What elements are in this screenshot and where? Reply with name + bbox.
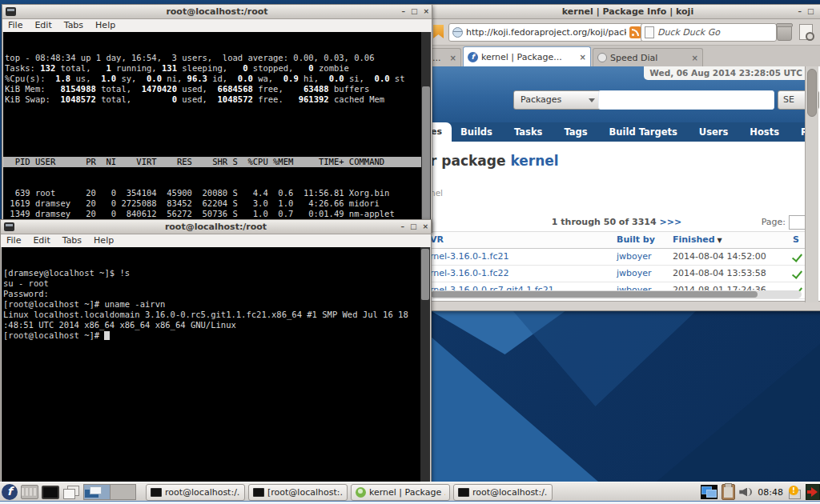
- next-pages-link[interactable]: >>>: [660, 217, 682, 227]
- koji-page-body: r package kernel nel 1 through 50 of 331…: [428, 142, 805, 302]
- iconify-windows-icon[interactable]: [62, 486, 80, 499]
- maximize-button[interactable]: □: [410, 223, 417, 230]
- tab-close-icon[interactable]: ×: [692, 54, 698, 62]
- terminal-bottom-titlebar[interactable]: root@localhost:/root – □ ×: [1, 220, 431, 234]
- build-nvr-link[interactable]: rnel-3.16.0-1.fc22: [430, 266, 508, 282]
- build-nvr-link[interactable]: rnel-3.16.0-1.fc21: [430, 249, 508, 265]
- terminal-launcher-icon[interactable]: [42, 486, 59, 499]
- nav-tags[interactable]: Tags: [564, 126, 587, 138]
- browser-title: kernel | Package Info | koji: [562, 6, 693, 17]
- column-header-s[interactable]: S: [793, 232, 799, 248]
- rss-feed-icon[interactable]: [629, 26, 641, 38]
- top-summary-line: %Cpu(s): 1.8 us, 1.0 sy, 0.0 ni, 96.3 id…: [3, 74, 431, 84]
- web-search-input[interactable]: Duck Duck Go: [641, 23, 777, 42]
- volume-icon[interactable]: [739, 486, 754, 498]
- minimize-button[interactable]: –: [798, 8, 802, 15]
- close-button[interactable]: ×: [423, 8, 429, 15]
- finished-time: 2014-08-04 14:52:00: [673, 249, 766, 265]
- process-row: 639 root 20 0 354104 45900 20080 S 4.4 0…: [3, 188, 431, 198]
- bookmark-icon[interactable]: [433, 25, 444, 38]
- workspace-pager[interactable]: [83, 484, 136, 500]
- horizontal-scrollbar[interactable]: [430, 290, 802, 298]
- tab-close-icon[interactable]: ×: [580, 53, 586, 62]
- column-header-built-by[interactable]: Built by: [617, 232, 655, 248]
- terminal-bottom-title: root@localhost:/root: [165, 222, 267, 232]
- built-by-link[interactable]: jwboyer: [617, 249, 652, 265]
- search-type-value: Packages: [521, 94, 561, 105]
- terminal-top-titlebar[interactable]: root@localhost:/root – □ ×: [2, 5, 432, 19]
- taskbar-task-kernel-package[interactable]: kernel | Package ..: [351, 484, 450, 501]
- terminal-window-top: root@localhost:/root – □ × FileEditTabsH…: [2, 4, 432, 233]
- logout-icon[interactable]: [806, 484, 820, 500]
- workspace-2[interactable]: [110, 485, 136, 499]
- top-summary-line: top - 08:48:34 up 1 day, 16:54, 3 users,…: [3, 53, 431, 63]
- terminal-cursor: [104, 331, 110, 340]
- taskbar-task-root-localhost[interactable]: [root@localhost:...: [248, 484, 348, 501]
- terminal-icon: [151, 488, 162, 497]
- browser-titlebar[interactable]: kernel | Package Info | koji – □ ×: [428, 5, 820, 19]
- table-row: rnel-3.16.0-1.fc22jwboyer2014-08-04 13:5…: [428, 266, 805, 282]
- browser-tab-[interactable]: ...×: [428, 48, 461, 66]
- package-kernel-link[interactable]: kernel: [510, 153, 558, 169]
- shell-line: [root@localhost ~]#: [2, 330, 430, 341]
- horizontal-scrollbar-thumb[interactable]: [431, 291, 758, 298]
- taskbar-task-root-localhost[interactable]: root@localhost:/...: [146, 484, 245, 501]
- terminal-scrollbar-thumb[interactable]: [421, 249, 429, 300]
- koji-header: Wed, 06 Aug 2014 23:28:05 UTC Packages S…: [428, 66, 805, 122]
- terminal-top-menubar: FileEditTabsHelp: [2, 19, 432, 33]
- terminal-icon: [253, 488, 264, 497]
- url-text: http://koji.fedoraproject.org/koji/pack: [466, 27, 626, 38]
- trash-icon[interactable]: [777, 25, 792, 41]
- browser-tab-kernel-package[interactable]: fkernel | Package...×: [463, 46, 591, 66]
- close-button[interactable]: ×: [422, 223, 428, 230]
- nav-users[interactable]: Users: [699, 126, 729, 138]
- network-icon[interactable]: [701, 485, 718, 499]
- url-bar[interactable]: http://koji.fedoraproject.org/koji/pack: [448, 23, 645, 42]
- tab-label: kernel | Package...: [481, 52, 577, 62]
- nav-hosts[interactable]: Hosts: [750, 126, 779, 138]
- midori-icon: [356, 487, 366, 498]
- keyboard-icon[interactable]: [21, 485, 38, 499]
- shell-line: Password:: [2, 289, 430, 299]
- column-header-finished[interactable]: Finished▼: [673, 232, 722, 248]
- vertical-scrollbar-thumb[interactable]: [807, 69, 817, 117]
- maximize-button[interactable]: □: [807, 8, 814, 15]
- nav-build-targets[interactable]: Build Targets: [609, 126, 677, 138]
- terminal-scrollbar[interactable]: [421, 32, 431, 231]
- koji-nav-items: BuildsTasksTagsBuild TargetsUsersHostsRe…: [460, 122, 805, 142]
- terminal-scrollbar[interactable]: [420, 247, 430, 482]
- menu-item-help[interactable]: Help: [94, 234, 114, 247]
- updates-icon[interactable]: !: [787, 486, 802, 499]
- menu-item-file[interactable]: File: [6, 234, 21, 247]
- page-search-icon[interactable]: [799, 24, 813, 40]
- fedora-menu-icon[interactable]: f: [2, 484, 18, 500]
- nav-builds[interactable]: Builds: [460, 126, 492, 138]
- nav-tasks[interactable]: Tasks: [514, 126, 542, 138]
- menu-item-edit[interactable]: Edit: [34, 19, 51, 32]
- minimize-button[interactable]: –: [401, 8, 405, 15]
- browser-tab-speed-dial[interactable]: Speed Dial×: [593, 48, 703, 66]
- build-complete-icon: [792, 268, 802, 279]
- menu-item-tabs[interactable]: Tabs: [62, 234, 82, 247]
- menu-item-edit[interactable]: Edit: [33, 234, 50, 247]
- shell-line: [root@localhost ~]# uname -airvn: [2, 299, 430, 310]
- vertical-scrollbar[interactable]: [805, 66, 818, 302]
- maximize-button[interactable]: □: [411, 8, 418, 15]
- menu-item-tabs[interactable]: Tabs: [64, 19, 83, 32]
- menu-item-file[interactable]: File: [8, 19, 22, 32]
- workspace-1[interactable]: [84, 485, 110, 499]
- menu-item-help[interactable]: Help: [95, 19, 115, 32]
- wallpaper-triangle: [657, 344, 820, 482]
- koji-search-input[interactable]: [598, 90, 774, 110]
- tab-close-icon[interactable]: ×: [450, 54, 456, 62]
- top-summary-line: KiB Mem: 8154988 total, 1470420 used, 66…: [3, 84, 431, 94]
- clipboard-icon[interactable]: [722, 484, 735, 500]
- column-header-vr[interactable]: VR: [430, 232, 444, 248]
- taskbar-task-root-localhost[interactable]: root@localhost:/...: [453, 484, 553, 501]
- wallpaper-triangle: [512, 310, 697, 406]
- minimize-button[interactable]: –: [400, 223, 404, 230]
- terminal-scrollbar-thumb[interactable]: [422, 86, 430, 230]
- search-type-select[interactable]: Packages: [513, 90, 601, 110]
- terminal-top-content: top - 08:48:34 up 1 day, 16:54, 3 users,…: [3, 32, 431, 231]
- built-by-link[interactable]: jwboyer: [617, 266, 652, 282]
